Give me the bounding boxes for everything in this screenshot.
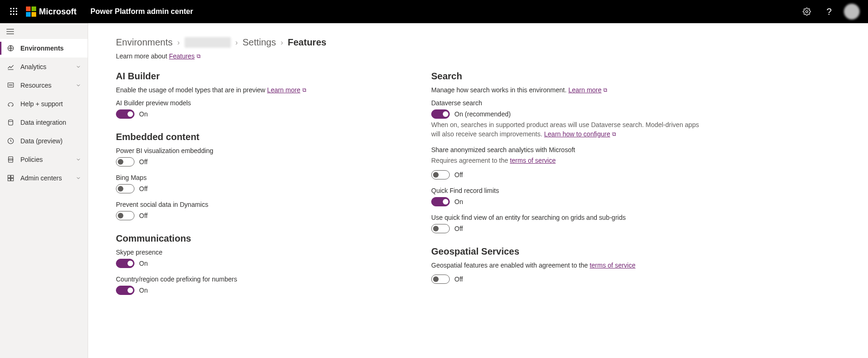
svg-rect-3 [10,11,12,12]
svg-point-18 [8,120,13,121]
toggle-state: On [139,260,148,267]
features-link[interactable]: Features [169,52,194,60]
terms-of-service-link[interactable]: terms of service [510,157,556,164]
toggle-ai-builder-preview[interactable] [116,109,134,119]
setting-label: AI Builder preview models [116,99,394,107]
svg-rect-5 [16,11,17,12]
section-communications: Communications Skype presence On Country… [116,233,394,295]
setting-country-code-prefix: Country/region code prefixing for number… [116,275,394,295]
setting-label: Power BI visualization embedding [116,147,394,154]
sidebar-item-resources[interactable]: Resources [0,76,88,95]
section-title: Geospatial Services [431,246,709,257]
toggle-state: Off [139,158,147,166]
setting-label: Use quick find view of an entity for sea… [431,214,709,221]
app-launcher-button[interactable] [5,0,23,23]
svg-rect-25 [11,179,13,181]
toggle-quick-find-limits[interactable] [431,197,450,206]
setting-quick-find-view: Use quick find view of an entity for sea… [431,214,709,233]
breadcrumb-current: Features [288,37,326,48]
chevron-right-icon: › [177,38,179,47]
svg-rect-1 [13,8,14,9]
svg-rect-23 [11,175,13,178]
breadcrumb-environments[interactable]: Environments [116,37,172,48]
search-learn-more-link[interactable]: Learn more [568,86,602,94]
svg-rect-7 [13,13,14,15]
breadcrumb-settings[interactable]: Settings [243,37,276,48]
setting-label: Bing Maps [116,174,394,181]
section-description: Manage how search works in this environm… [431,86,709,94]
data-preview-icon [6,137,15,145]
external-link-icon: ⧉ [302,87,306,93]
sidebar-item-label: Admin centers [20,174,70,182]
learn-more-row: Learn more about Features⧉ [116,52,840,60]
svg-point-15 [9,85,10,85]
configure-link[interactable]: Learn how to configure [544,130,610,138]
settings-button[interactable] [796,0,818,23]
chevron-down-icon [76,83,81,88]
setting-help-text: When on, searches in supported product a… [431,121,709,139]
main-content: Environments › xxxx › Settings › Feature… [88,23,868,358]
toggle-dataverse-search[interactable] [431,109,450,119]
toggle-state: On [139,287,148,294]
section-search: Search Manage how search works in this e… [431,71,709,233]
sidebar-item-label: Help + support [20,100,81,108]
sidebar-item-policies[interactable]: Policies [0,150,88,169]
svg-rect-2 [16,8,17,9]
chevron-right-icon: › [281,38,283,47]
policies-icon [6,156,15,163]
toggle-quick-find-view[interactable] [431,224,450,233]
user-avatar[interactable] [844,4,860,19]
sidebar-item-label: Analytics [20,63,70,70]
toggle-state: Off [454,225,463,232]
svg-point-9 [806,11,808,13]
setting-label: Prevent social data in Dynamics [116,201,394,208]
breadcrumb: Environments › xxxx › Settings › Feature… [116,37,840,48]
admin-centers-icon [6,174,15,182]
toggle-skype-presence[interactable] [116,259,134,268]
section-title: AI Builder [116,71,394,82]
setting-ai-builder-preview: AI Builder preview models On [116,99,394,119]
toggle-bing-maps[interactable] [116,184,134,193]
chevron-down-icon [76,175,81,181]
help-support-icon [6,100,15,108]
sidebar-item-environments[interactable]: Environments [0,39,88,58]
help-button[interactable]: ? [818,0,840,23]
toggle-country-code-prefix[interactable] [116,286,134,295]
setting-label: Quick Find record limits [431,187,709,194]
sidebar-item-label: Data integration [20,119,81,126]
setting-label: Country/region code prefixing for number… [116,275,394,283]
geo-terms-link[interactable]: terms of service [590,262,636,269]
toggle-state: Off [139,212,147,219]
sidebar-item-analytics[interactable]: Analytics [0,58,88,76]
section-title: Embedded content [116,132,394,142]
microsoft-logo[interactable]: Microsoft [26,6,77,17]
brand-text: Microsoft [39,7,77,17]
sidebar-item-data-integration[interactable]: Data integration [0,113,88,132]
section-embedded-content: Embedded content Power BI visualization … [116,132,394,220]
setting-bing-maps: Bing Maps Off [116,174,394,193]
setting-sub-text: Requires agreement to the terms of servi… [431,156,709,166]
sidebar-item-label: Environments [20,45,81,52]
sidebar-item-help-support[interactable]: Help + support [0,95,88,113]
svg-rect-21 [8,159,13,160]
toggle-share-analytics[interactable] [431,170,450,179]
ai-builder-learn-more-link[interactable]: Learn more [267,86,300,94]
resources-icon [6,82,15,89]
section-description: Enable the usage of model types that are… [116,86,394,94]
svg-point-17 [12,85,12,85]
toggle-geospatial[interactable] [431,275,450,284]
breadcrumb-environment-name[interactable]: xxxx [185,37,231,48]
toggle-state: Off [454,171,463,179]
toggle-powerbi-embedding[interactable] [116,157,134,166]
sidebar-item-label: Policies [20,156,70,163]
sidebar-item-data-preview[interactable]: Data (preview) [0,132,88,150]
hamburger-icon [6,29,14,34]
sidebar: Environments Analytics Resources H [0,23,88,358]
sidebar-item-admin-centers[interactable]: Admin centers [0,169,88,187]
sidebar-collapse-button[interactable] [0,26,88,39]
section-geospatial: Geospatial Services Geospatial features … [431,246,709,284]
question-icon: ? [826,6,831,17]
toggle-prevent-social-data[interactable] [116,211,134,220]
gear-icon [803,7,811,16]
chevron-right-icon: › [236,38,238,47]
